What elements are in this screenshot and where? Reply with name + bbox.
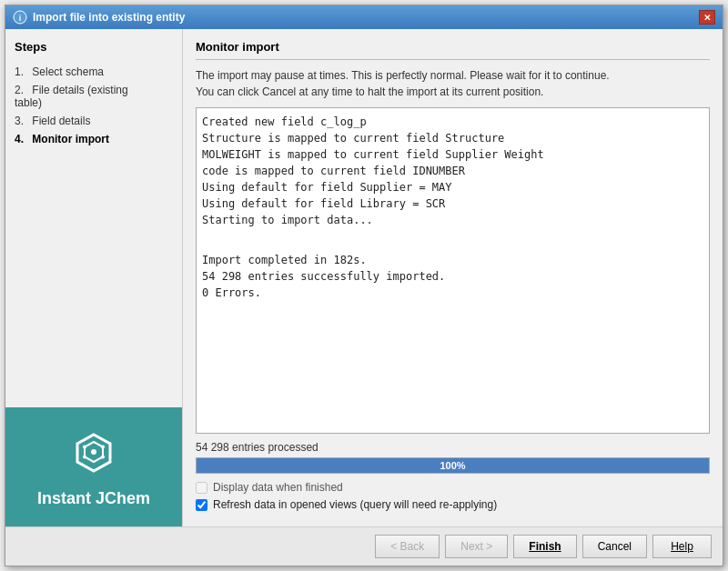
dialog-window: i Import file into existing entity ✕ Ste… — [5, 5, 723, 566]
dialog-content: Steps 1. Select schema 2. File details (… — [5, 29, 723, 526]
log-line-1: Created new field c_log_p — [202, 114, 703, 130]
svg-text:i: i — [19, 14, 22, 23]
footer: < Back Next > Finish Cancel Help — [5, 526, 723, 566]
steps-title: Steps — [15, 40, 173, 54]
steps-list: 1. Select schema 2. File details (existi… — [15, 63, 173, 148]
log-line-7: Starting to import data... — [202, 212, 703, 228]
svg-point-7 — [83, 456, 86, 459]
brand-logo-icon — [66, 426, 121, 480]
branding-area: Instant JChem — [5, 407, 182, 526]
log-line-2: Structure is mapped to current field Str… — [202, 130, 703, 146]
display-checkbox-row: Display data when finished — [196, 481, 710, 494]
next-button[interactable]: Next > — [445, 535, 508, 558]
log-line-9: Import completed in 182s. — [202, 252, 703, 268]
titlebar: i Import file into existing entity ✕ — [5, 5, 723, 29]
titlebar-left: i Import file into existing entity — [13, 10, 185, 25]
sidebar: Steps 1. Select schema 2. File details (… — [5, 29, 183, 526]
display-when-finished-label: Display data when finished — [213, 481, 343, 494]
dialog-title: Import file into existing entity — [33, 11, 185, 24]
cancel-button[interactable]: Cancel — [582, 535, 647, 558]
step-2: 2. File details (existingtable) — [15, 81, 173, 112]
refresh-views-label: Refresh data in opened views (query will… — [213, 498, 497, 511]
progress-bar-container: 100% — [196, 457, 710, 474]
step-4-active: 4. Monitor import — [15, 130, 173, 148]
progress-text: 100% — [197, 458, 709, 473]
finish-button[interactable]: Finish — [513, 535, 576, 558]
svg-point-8 — [101, 456, 105, 459]
refresh-checkbox-row: Refresh data in opened views (query will… — [196, 498, 710, 511]
log-blank — [202, 235, 703, 252]
log-line-11: 0 Errors. — [202, 285, 703, 301]
help-button[interactable]: Help — [652, 535, 712, 558]
main-panel: Monitor import The import may pause at t… — [183, 29, 723, 526]
svg-point-4 — [91, 449, 96, 455]
panel-title: Monitor import — [196, 40, 710, 60]
log-line-3: MOLWEIGHT is mapped to current field Sup… — [202, 146, 703, 163]
back-button[interactable]: < Back — [375, 535, 440, 558]
log-line-4: code is mapped to current field IDNUMBER — [202, 163, 703, 179]
info-text: The import may pause at times. This is p… — [196, 67, 710, 100]
svg-point-6 — [101, 446, 105, 449]
step-3: 3. Field details — [15, 112, 173, 130]
refresh-views-checkbox[interactable] — [196, 499, 207, 511]
entries-processed: 54 298 entries processed — [196, 441, 710, 454]
brand-text: Instant JChem — [37, 489, 150, 508]
step-1: 1. Select schema — [15, 63, 173, 81]
log-line-6: Using default for field Library = SCR — [202, 195, 703, 212]
svg-point-5 — [83, 446, 86, 449]
app-icon: i — [13, 10, 27, 25]
display-when-finished-checkbox[interactable] — [196, 482, 207, 494]
log-line-5: Using default for field Supplier = MAY — [202, 179, 703, 195]
close-button[interactable]: ✕ — [699, 10, 715, 25]
log-area[interactable]: Created new field c_log_p Structure is m… — [196, 107, 710, 434]
log-line-10: 54 298 entries successfully imported. — [202, 268, 703, 285]
